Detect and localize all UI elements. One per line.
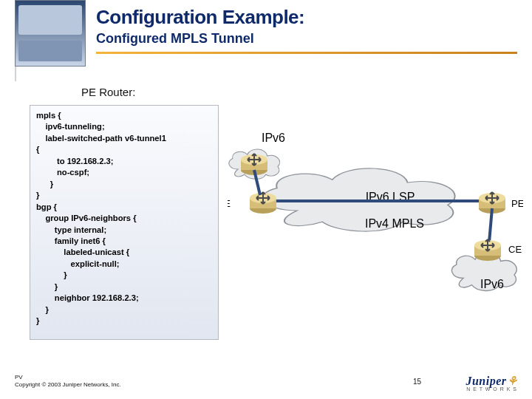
footer-copyright: Copyright © 2003 Juniper Networks, Inc.	[15, 381, 121, 388]
ce-router-bottom	[474, 239, 501, 261]
label-pe-right: PE	[511, 198, 523, 209]
brand-sub: N E T W O R K S	[429, 386, 517, 392]
label-mpls: IPv4 MPLS	[365, 217, 424, 230]
label-ipv6-bottom: IPv6	[480, 278, 504, 290]
label-ipv6-top: IPv6	[262, 132, 285, 144]
label-pe-left: PE	[228, 198, 231, 209]
brand-icon: ⚘	[507, 375, 518, 387]
pe-router-left	[250, 192, 276, 214]
slide-subtitle: Configured MPLS Tunnel	[96, 31, 520, 47]
brand-main: Juniper	[466, 375, 506, 387]
footer-left: PV Copyright © 2003 Juniper Networks, In…	[15, 374, 121, 389]
link-pe2-ce2	[489, 208, 492, 242]
slide-number: 15	[413, 378, 421, 386]
label-ce-bottom: CE	[508, 244, 522, 255]
header-photo	[15, 0, 86, 66]
network-diagram: IPv6 CE IPv6 LSP IPv4 MPLS PE PE CE IPv6	[228, 105, 523, 349]
section-label: PE Router:	[81, 86, 135, 98]
config-text: mpls { ipv6-tunneling; label-switched-pa…	[36, 110, 212, 327]
title-divider	[96, 52, 517, 54]
juniper-logo: Juniper⚘ N E T W O R K S	[429, 374, 517, 392]
footer-pv: PV	[15, 374, 23, 381]
slide-title: Configuration Example:	[96, 6, 520, 29]
header-vline	[15, 66, 16, 81]
config-box: mpls { ipv6-tunneling; label-switched-pa…	[30, 105, 219, 340]
